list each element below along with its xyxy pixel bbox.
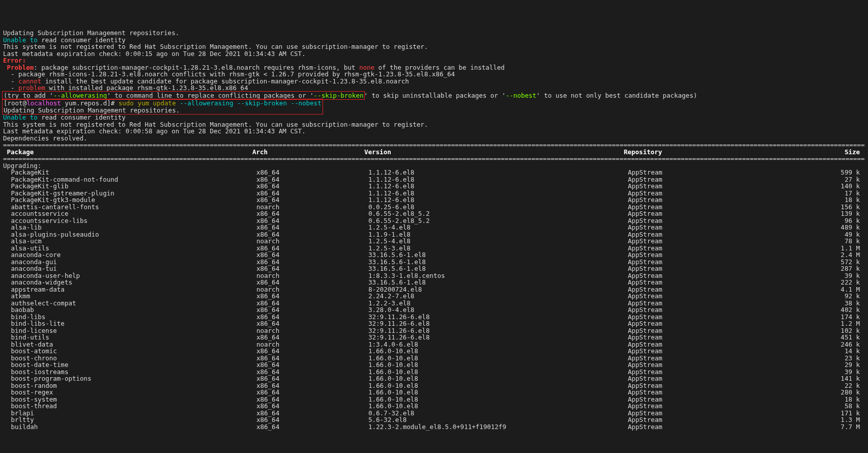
cell-size: 17 k: [750, 190, 865, 197]
terminal-output[interactable]: Updating Subscription Management reposit…: [3, 30, 865, 430]
cell-size: 246 k: [750, 341, 865, 348]
cell-package: PackageKit-gtk3-module: [3, 196, 256, 204]
cell-repo: AppStream: [628, 306, 750, 314]
cell-package: boost-atomic: [3, 348, 256, 355]
line-metadata: Last metadata expiration check: 0:00:15 …: [3, 50, 306, 58]
table-row: alsa-libx86_641.2.5-4.el8AppStream489 k: [3, 224, 865, 231]
cell-repo: AppStream: [628, 369, 750, 376]
cell-package: alsa-ucm: [3, 238, 256, 245]
cell-repo: AppStream: [628, 410, 750, 417]
cell-version: 32:9.11.26-6.el8: [368, 314, 628, 321]
cell-package: baobab: [3, 306, 256, 314]
table-row: anaconda-guix86_6433.16.5.6-1.el8AppStre…: [3, 259, 865, 266]
table-row: accountsservicex86_640.6.55-2.el8_5.2App…: [3, 210, 865, 217]
cell-version: 32:9.11.26-6.el8: [368, 327, 628, 334]
cell-package: atkmm: [3, 293, 256, 300]
cell-size: 14 k: [750, 348, 865, 355]
cell-arch: x86_64: [256, 183, 368, 190]
table-divider-bottom: ========================================…: [3, 155, 865, 162]
header-package: Package: [3, 149, 252, 156]
cell-package: boost-chrono: [3, 355, 256, 362]
cell-package: blivet-data: [3, 341, 256, 348]
cell-version: 1.1.12-6.el8: [368, 176, 628, 183]
cell-arch: x86_64: [256, 369, 368, 376]
cell-arch: x86_64: [256, 348, 368, 355]
opt-allowerasing: --allowerasing: [53, 92, 107, 99]
table-row: baobabx86_643.28.0-4.el8AppStream402 k: [3, 306, 865, 314]
cell-size: 1.3 M: [750, 416, 865, 423]
table-row: PackageKit-command-not-foundx86_641.1.12…: [3, 176, 865, 183]
cell-size: 280 k: [750, 389, 865, 396]
table-row: boost-date-timex86_641.66.0-10.el8AppStr…: [3, 361, 865, 369]
cell-size: 29 k: [750, 361, 865, 369]
cell-version: 33.16.5.6-1.el8: [368, 251, 628, 259]
opt-nobest: --nobest: [506, 92, 536, 99]
cell-version: 1.66.0-10.el8: [368, 396, 628, 403]
cell-arch: noarch: [256, 327, 368, 334]
cell-repo: AppStream: [628, 423, 750, 431]
cell-version: 1.1.12-6.el8: [368, 196, 628, 204]
cell-arch: x86_64: [256, 410, 368, 417]
cell-version: 1.66.0-10.el8: [368, 382, 628, 389]
cell-version: 1.66.0-10.el8: [368, 355, 628, 362]
cell-version: 32:9.11.26-6.el8: [368, 320, 628, 327]
cell-arch: x86_64: [256, 355, 368, 362]
cell-size: 140 k: [750, 183, 865, 190]
cell-arch: x86_64: [256, 375, 368, 382]
cell-package: abattis-cantarell-fonts: [3, 204, 256, 211]
cell-arch: x86_64: [256, 314, 368, 321]
cell-arch: x86_64: [256, 396, 368, 403]
cell-repo: AppStream: [628, 355, 750, 362]
table-divider-top: ========================================…: [3, 141, 865, 149]
cell-package: anaconda-user-help: [3, 272, 256, 279]
cell-version: 0.6.55-2.el8_5.2: [368, 217, 628, 224]
cell-arch: x86_64: [256, 169, 368, 176]
cell-size: 1.2 M: [750, 320, 865, 327]
cell-version: 1.1.12-6.el8: [368, 183, 628, 190]
cell-arch: x86_64: [256, 231, 368, 238]
cell-repo: AppStream: [628, 334, 750, 341]
header-size: Size: [746, 149, 865, 156]
cell-arch: x86_64: [256, 423, 368, 431]
cell-arch: x86_64: [256, 176, 368, 183]
cell-repo: AppStream: [628, 176, 750, 183]
cell-package: boost-random: [3, 382, 256, 389]
cell-arch: x86_64: [256, 259, 368, 266]
cell-package: bind-libs-lite: [3, 320, 256, 327]
cell-repo: AppStream: [628, 272, 750, 279]
cell-repo: AppStream: [628, 238, 750, 245]
cell-version: 0.6.7-32.el8: [368, 410, 628, 417]
table-row: anaconda-widgetsx86_6433.16.5.6-1.el8App…: [3, 279, 865, 286]
cell-size: 489 k: [750, 224, 865, 231]
cell-size: 78 k: [750, 238, 865, 245]
table-row: anaconda-user-helpnoarch1:8.3.3-1.el8.ce…: [3, 272, 865, 279]
table-row: appstream-datanoarch8-20200724.el8AppStr…: [3, 286, 865, 293]
cell-arch: x86_64: [256, 334, 368, 341]
cell-size: 18 k: [750, 396, 865, 403]
table-row: blivet-datanoarch1:3.4.0-6.el8AppStream2…: [3, 341, 865, 348]
cell-size: 58 k: [750, 403, 865, 410]
table-row: atkmmx86_642.24.2-7.el8AppStream92 k: [3, 293, 865, 300]
cell-version: 1.66.0-10.el8: [368, 369, 628, 376]
cell-size: 23 k: [750, 355, 865, 362]
cell-version: 1.66.0-10.el8: [368, 403, 628, 410]
cell-size: 7.7 M: [750, 423, 865, 431]
cell-repo: AppStream: [628, 327, 750, 334]
header-repository: Repository: [624, 149, 746, 156]
cell-size: 139 k: [750, 210, 865, 217]
cell-size: 39 k: [750, 369, 865, 376]
cell-repo: AppStream: [628, 169, 750, 176]
try-text3: ' to skip uninstallable packages or ': [364, 92, 505, 99]
cell-repo: AppStream: [628, 300, 750, 307]
cell-version: 32:9.11.26-6.el8: [368, 334, 628, 341]
cell-package: boost-system: [3, 396, 256, 403]
cell-version: 0.0.25-6.el8: [368, 204, 628, 211]
cell-version: 1.66.0-10.el8: [368, 361, 628, 369]
cell-size: 2.4 M: [750, 251, 865, 259]
cell-arch: x86_64: [256, 300, 368, 307]
cell-size: 222 k: [750, 279, 865, 286]
cell-package: PackageKit-gstreamer-plugin: [3, 190, 256, 197]
cell-repo: AppStream: [628, 279, 750, 286]
cell-version: 3.28.0-4.el8: [368, 306, 628, 314]
table-row: boost-randomx86_641.66.0-10.el8AppStream…: [3, 382, 865, 389]
